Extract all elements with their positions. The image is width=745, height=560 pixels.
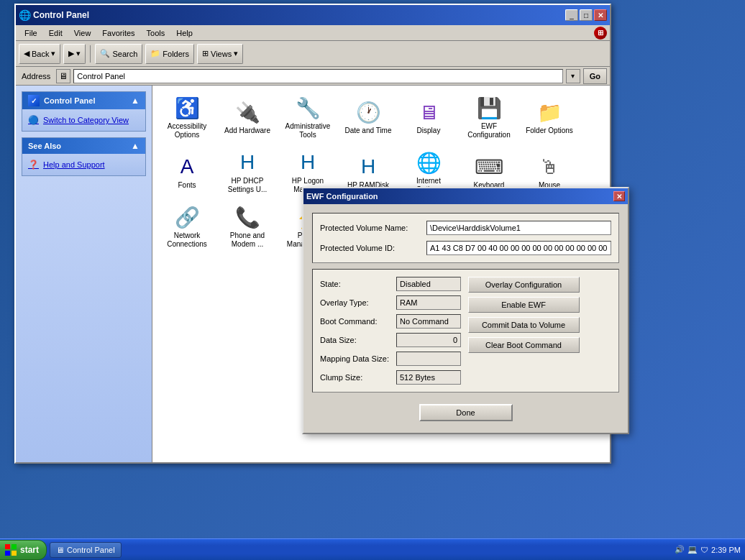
sidebar: ✓ Control Panel ▲ 🔵 Switch to Category V… (16, 86, 152, 462)
volume-id-input[interactable] (426, 241, 611, 255)
config-grid: State: Overlay Type: Boot Command: (320, 277, 611, 385)
views-button[interactable]: ⊞ Views ▾ (197, 44, 243, 64)
taskbar-cp-label: Control Panel (67, 546, 115, 554)
see-also-links: ❓ Help and Support (22, 154, 145, 175)
mapping-data-size-input[interactable] (396, 352, 461, 366)
data-size-row: Data Size: (320, 333, 464, 347)
start-logo-icon (4, 543, 17, 556)
minimize-button[interactable]: _ (565, 9, 578, 21)
cp-icon-fonts[interactable]: A Fonts (158, 146, 216, 198)
tray-icon-2[interactable]: 💻 (687, 545, 698, 554)
icon-symbol: 🔌 (234, 99, 260, 125)
window-icon: 🌐 (19, 9, 30, 21)
views-dropdown-icon: ▾ (234, 49, 238, 58)
close-button[interactable]: ✕ (594, 9, 607, 21)
cp-icon-administrative-tools[interactable]: 🔧 Administrative Tools (279, 91, 337, 143)
menu-help[interactable]: Help (170, 27, 198, 39)
icon-label: HP DHCP Settings U... (222, 177, 273, 194)
taskbar: start 🖥 Control Panel 🔊 💻 🛡 2:39 PM (0, 538, 745, 560)
switch-view-link[interactable]: 🔵 Switch to Category View (27, 114, 141, 127)
state-input[interactable] (396, 277, 461, 291)
folders-button[interactable]: 📁 Folders (145, 44, 194, 64)
commit-button[interactable]: Commit Data to Volume (468, 317, 580, 333)
icon-symbol: 📞 (234, 204, 260, 230)
icon-symbol: ♿ (174, 95, 200, 121)
control-panel-section: ✓ Control Panel ▲ 🔵 Switch to Category V… (22, 91, 146, 132)
overlay-type-label: Overlay Type: (320, 298, 392, 307)
icon-symbol: H (295, 150, 321, 175)
taskbar-control-panel[interactable]: 🖥 Control Panel (50, 542, 122, 558)
taskbar-items: 🖥 Control Panel (47, 542, 670, 558)
boot-command-label: Boot Command: (320, 317, 392, 326)
state-label: State: (320, 280, 392, 288)
clear-boot-button[interactable]: Clear Boot Command (468, 337, 580, 353)
done-button[interactable]: Done (419, 404, 513, 421)
enable-ewf-button[interactable]: Enable EWF (468, 297, 580, 313)
icon-label: Network Connections (162, 231, 212, 249)
menubar: File Edit View Favorites Tools Help ⊞ (16, 25, 610, 41)
dialog-close-button[interactable]: ✕ (613, 191, 625, 201)
overlay-config-button[interactable]: Overlay Configuration (468, 277, 580, 293)
icon-label: Add Hardware (224, 127, 270, 135)
address-dropdown[interactable]: ▾ (566, 69, 580, 83)
svg-rect-2 (5, 551, 10, 556)
views-icon: ⊞ (202, 49, 209, 58)
tray-icon-1[interactable]: 🔊 (675, 545, 685, 554)
control-panel-header[interactable]: ✓ Control Panel ▲ (22, 92, 145, 109)
cp-icon-accessibility-options[interactable]: ♿ Accessibility Options (158, 91, 216, 143)
help-support-link[interactable]: ❓ Help and Support (27, 158, 141, 171)
window-title: Control Panel (33, 10, 562, 20)
icon-label: Fonts (178, 181, 196, 190)
window-titlebar: 🌐 Control Panel _ □ ✕ (16, 5, 610, 25)
start-button[interactable]: start (0, 540, 47, 560)
overlay-type-input[interactable] (396, 295, 461, 310)
help-support-label: Help and Support (43, 160, 105, 169)
back-button[interactable]: ◀ Back ▾ (19, 44, 60, 64)
cp-icon-ewf-configuration[interactable]: 💾 EWF Configuration (460, 91, 518, 143)
back-arrow-icon: ◀ (24, 49, 29, 58)
volume-id-row: Protected Volume ID: (320, 241, 611, 255)
address-label: Address (19, 72, 53, 81)
volume-name-label: Protected Volume Name: (320, 224, 421, 232)
boot-command-input[interactable] (396, 314, 461, 329)
mapping-data-size-row: Mapping Data Size: (320, 352, 464, 366)
cp-icon-add-hardware[interactable]: 🔌 Add Hardware (219, 91, 276, 143)
menu-file[interactable]: File (19, 27, 43, 39)
cp-icon-phone-and-modem-[interactable]: 📞 Phone and Modem ... (219, 201, 276, 252)
search-button[interactable]: 🔍 Search (95, 44, 142, 64)
sidebar-cp-icon: ✓ (28, 95, 40, 106)
see-also-section: See Also ▲ ❓ Help and Support (22, 137, 146, 176)
cp-icon-date-and-time[interactable]: 🕐 Date and Time (339, 91, 397, 143)
config-section: State: Overlay Type: Boot Command: (312, 269, 619, 393)
menu-tools[interactable]: Tools (141, 27, 171, 39)
icon-symbol: 🕐 (355, 99, 381, 125)
icon-symbol: 🔗 (174, 204, 200, 230)
tray-icon-3[interactable]: 🛡 (700, 546, 708, 554)
forward-button[interactable]: ▶ ▾ (63, 44, 86, 64)
sidebar-header-label: Control Panel (44, 96, 96, 105)
address-bar: Address 🖥 Control Panel ▾ Go (16, 67, 610, 86)
cp-icon-display[interactable]: 🖥 Display (400, 91, 457, 143)
maximize-button[interactable]: □ (580, 9, 593, 21)
icon-label: Administrative Tools (283, 122, 333, 139)
clump-size-input[interactable] (396, 370, 461, 385)
dialog-body: Protected Volume Name: Protected Volume … (303, 204, 628, 433)
icon-symbol: 🖱 (536, 154, 562, 180)
back-dropdown-icon: ▾ (51, 49, 55, 58)
config-left: State: Overlay Type: Boot Command: (320, 277, 464, 385)
volume-name-input[interactable] (426, 221, 611, 235)
cp-icon-folder-options[interactable]: 📁 Folder Options (521, 91, 578, 143)
menu-view[interactable]: View (68, 27, 97, 39)
data-size-input[interactable] (396, 333, 461, 347)
see-also-header[interactable]: See Also ▲ (22, 138, 145, 154)
cp-icon-network-connections[interactable]: 🔗 Network Connections (158, 201, 216, 252)
menu-edit[interactable]: Edit (43, 27, 68, 39)
svg-rect-3 (12, 551, 17, 556)
icon-label: Display (417, 127, 441, 135)
icon-symbol: 💾 (476, 95, 502, 121)
toolbar-separator-1 (90, 45, 91, 63)
menu-favorites[interactable]: Favorites (96, 27, 140, 39)
cp-icon-hp-dhcp-settings-u[interactable]: H HP DHCP Settings U... (219, 146, 276, 198)
go-button[interactable]: Go (583, 68, 607, 84)
window-controls: _ □ ✕ (565, 9, 607, 21)
